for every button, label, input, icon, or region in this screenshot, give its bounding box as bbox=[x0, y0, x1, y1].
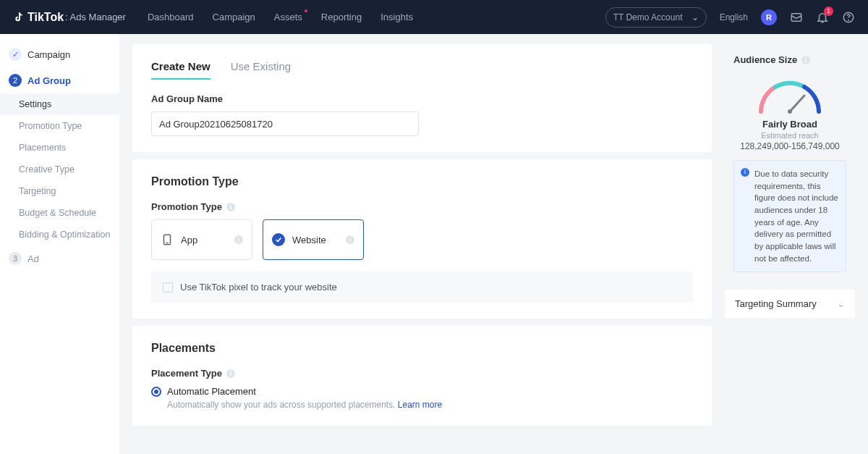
brand-logo: TikTok : Ads Manager bbox=[13, 11, 126, 24]
audience-size-title: Audience Size i bbox=[733, 54, 846, 65]
step-label: Campaign bbox=[27, 49, 70, 60]
pixel-checkbox[interactable] bbox=[163, 282, 173, 293]
step-number: 2 bbox=[9, 74, 22, 87]
option-app[interactable]: App i bbox=[151, 219, 252, 260]
adgroup-name-card: Create New Use Existing Ad Group Name bbox=[132, 44, 712, 152]
info-dot-icon: i bbox=[741, 168, 749, 177]
placements-card: Placements Placement Type i Automatic Pl… bbox=[132, 326, 712, 426]
promotion-options: App i Website i bbox=[151, 219, 693, 260]
adgroup-name-label: Ad Group Name bbox=[151, 93, 693, 104]
svg-point-6 bbox=[788, 109, 792, 114]
option-website[interactable]: Website i bbox=[263, 219, 364, 260]
svg-line-5 bbox=[790, 96, 804, 112]
audience-gauge-icon bbox=[754, 75, 826, 114]
chevron-down-icon: ⌄ bbox=[692, 12, 699, 22]
option-label: App bbox=[181, 235, 197, 245]
step-ad-group[interactable]: 2 Ad Group bbox=[0, 67, 119, 93]
info-icon[interactable]: i bbox=[801, 56, 810, 64]
targeting-summary-toggle[interactable]: Targeting Summary ⌄ bbox=[725, 290, 855, 318]
header-right: TT Demo Account ⌄ English R 1 bbox=[605, 7, 855, 28]
audience-status: Fairly Broad bbox=[762, 119, 817, 130]
promotion-type-label: Promotion Type i bbox=[151, 201, 693, 212]
tiktok-icon bbox=[13, 12, 25, 23]
adgroup-name-input[interactable] bbox=[151, 112, 419, 136]
info-icon[interactable]: i bbox=[226, 203, 235, 211]
nav-assets[interactable]: Assets bbox=[274, 12, 302, 22]
check-icon: ✓ bbox=[9, 48, 22, 61]
sidebar-item-promotion-type[interactable]: Promotion Type bbox=[0, 115, 119, 137]
step-label: Ad bbox=[27, 253, 39, 264]
targeting-summary-label: Targeting Summary bbox=[735, 298, 817, 309]
language-select[interactable]: English bbox=[720, 12, 748, 22]
app-header: TikTok : Ads Manager Dashboard Campaign … bbox=[0, 0, 868, 34]
estimated-reach-label: Estimated reach bbox=[761, 131, 818, 140]
auto-placement-help: Automatically show your ads across suppo… bbox=[167, 400, 693, 410]
user-avatar[interactable]: R bbox=[761, 9, 777, 25]
step-ad[interactable]: 3 Ad bbox=[0, 245, 119, 272]
radio-selected-icon bbox=[151, 387, 161, 397]
chevron-down-icon: ⌄ bbox=[837, 298, 845, 309]
promotion-type-card: Promotion Type Promotion Type i App i bbox=[132, 159, 712, 319]
brand-main: TikTok bbox=[27, 11, 64, 24]
sidebar-item-placements[interactable]: Placements bbox=[0, 137, 119, 159]
sidebar-item-settings[interactable]: Settings bbox=[0, 93, 119, 115]
audience-notice: i Due to data security requirements, thi… bbox=[733, 160, 846, 272]
account-label: TT Demo Account bbox=[613, 12, 683, 22]
info-icon[interactable]: i bbox=[226, 369, 235, 378]
create-tabs: Create New Use Existing bbox=[151, 60, 693, 80]
estimated-reach-range: 128,249,000-156,749,000 bbox=[740, 141, 839, 151]
auto-placement-label: Automatic Placement bbox=[167, 386, 256, 397]
left-sidebar: ✓ Campaign 2 Ad Group Settings Promotion… bbox=[0, 34, 119, 454]
nav-reporting[interactable]: Reporting bbox=[321, 12, 362, 22]
brand-sub: : Ads Manager bbox=[65, 12, 126, 22]
promotion-section-title: Promotion Type bbox=[151, 175, 693, 188]
placements-section-title: Placements bbox=[151, 342, 693, 355]
bell-badge: 1 bbox=[824, 7, 833, 16]
pixel-label: Use TikTok pixel to track your website bbox=[180, 282, 337, 293]
pixel-panel: Use TikTok pixel to track your website bbox=[151, 272, 693, 303]
step-number: 3 bbox=[9, 252, 22, 265]
help-icon[interactable] bbox=[842, 11, 855, 24]
sidebar-item-creative-type[interactable]: Creative Type bbox=[0, 159, 119, 180]
sidebar-item-targeting[interactable]: Targeting bbox=[0, 180, 119, 202]
auto-placement-radio-row[interactable]: Automatic Placement bbox=[151, 386, 693, 397]
nav-insights[interactable]: Insights bbox=[380, 12, 413, 22]
tab-create-new[interactable]: Create New bbox=[151, 60, 210, 80]
info-icon[interactable]: i bbox=[346, 235, 354, 244]
step-campaign[interactable]: ✓ Campaign bbox=[0, 41, 119, 67]
learn-more-link[interactable]: Learn more bbox=[398, 400, 442, 410]
app-icon bbox=[161, 233, 174, 246]
option-label: Website bbox=[292, 235, 326, 245]
placement-type-label: Placement Type i bbox=[151, 368, 693, 379]
sidebar-item-budget-schedule[interactable]: Budget & Schedule bbox=[0, 202, 119, 224]
assets-dot-icon bbox=[305, 9, 307, 12]
account-select[interactable]: TT Demo Account ⌄ bbox=[605, 7, 707, 28]
top-nav: Dashboard Campaign Assets Reporting Insi… bbox=[148, 12, 413, 22]
step-label: Ad Group bbox=[27, 75, 71, 86]
nav-dashboard[interactable]: Dashboard bbox=[148, 12, 194, 22]
svg-rect-0 bbox=[791, 13, 801, 21]
tab-use-existing[interactable]: Use Existing bbox=[231, 60, 291, 80]
audience-size-card: Audience Size i Fairly Broad bbox=[725, 44, 855, 282]
inbox-icon[interactable] bbox=[790, 11, 803, 24]
svg-point-2 bbox=[848, 20, 849, 20]
bell-icon[interactable]: 1 bbox=[816, 11, 829, 24]
nav-campaign[interactable]: Campaign bbox=[213, 12, 255, 22]
info-icon[interactable]: i bbox=[234, 235, 243, 244]
check-circle-icon bbox=[272, 233, 285, 246]
sidebar-item-bidding[interactable]: Bidding & Optimization bbox=[0, 224, 119, 245]
